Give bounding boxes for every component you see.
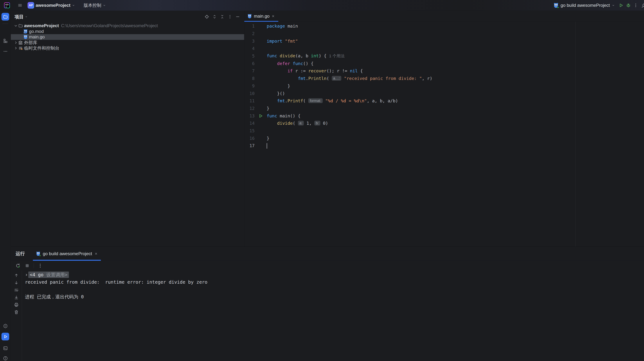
clear-all-icon[interactable] bbox=[13, 308, 20, 316]
search-icon[interactable] bbox=[641, 2, 644, 8]
print-icon[interactable] bbox=[13, 301, 20, 308]
stripe-project[interactable] bbox=[2, 13, 9, 20]
inlay-hint-chip[interactable]: a: bbox=[298, 121, 304, 126]
code-token: 0) bbox=[320, 121, 328, 126]
line-number[interactable]: 7 bbox=[244, 68, 254, 73]
chevron-down-icon bbox=[25, 15, 28, 18]
chevron-down-icon[interactable] bbox=[14, 23, 18, 28]
line-number[interactable]: 15 bbox=[244, 128, 254, 133]
run-configuration-widget[interactable]: go build awesomeProject bbox=[552, 2, 617, 9]
panel-options-button[interactable] bbox=[228, 14, 232, 19]
line-number[interactable]: 1 bbox=[244, 24, 254, 28]
run-button[interactable] bbox=[618, 2, 624, 8]
code-line-2[interactable]: 2 bbox=[244, 30, 644, 38]
main-menu-icon[interactable] bbox=[18, 3, 22, 8]
close-tab-icon[interactable] bbox=[271, 14, 275, 18]
chevron-down-icon bbox=[612, 4, 615, 7]
expand-all-button[interactable] bbox=[212, 14, 217, 19]
code-line-14[interactable]: 14 divide( a: 1, b: 0) bbox=[244, 120, 644, 127]
hide-panel-button[interactable] bbox=[235, 14, 240, 19]
vcs-widget[interactable]: 版本控制 bbox=[82, 1, 108, 9]
stop-button[interactable] bbox=[24, 263, 30, 268]
tree-item-main.go[interactable]: main.go bbox=[11, 34, 244, 40]
code-token: "fmt" bbox=[285, 38, 298, 44]
line-number[interactable]: 4 bbox=[244, 46, 254, 51]
prev-occurrence-icon[interactable] bbox=[13, 272, 20, 279]
code-token: " bbox=[325, 98, 328, 104]
code-token: fmt bbox=[298, 76, 306, 81]
stripe-structure[interactable] bbox=[2, 37, 9, 45]
project-panel-title[interactable]: 项目 bbox=[14, 14, 28, 20]
folded-gosetup-chip[interactable]: <4 go 设置调用> bbox=[28, 272, 69, 278]
line-number[interactable]: 6 bbox=[244, 61, 254, 66]
project-widget[interactable]: AP awesomeProject bbox=[26, 1, 77, 10]
line-number[interactable]: 5 bbox=[244, 54, 254, 58]
soft-wrap-icon[interactable] bbox=[13, 286, 20, 294]
more-actions-button[interactable] bbox=[632, 2, 639, 8]
line-number[interactable]: 11 bbox=[244, 98, 254, 103]
code-text: } bbox=[267, 136, 269, 141]
tree-item-awesomeProject[interactable]: awesomeProjectC:\Users\meowr\GolandProje… bbox=[11, 23, 244, 29]
line-number[interactable]: 13 bbox=[244, 114, 254, 118]
stripe-services[interactable] bbox=[2, 322, 9, 330]
scroll-to-end-icon[interactable] bbox=[13, 294, 20, 301]
tree-item-外部库[interactable]: 外部库 bbox=[11, 40, 244, 46]
gofile-icon bbox=[23, 34, 28, 39]
chevron-right-icon[interactable] bbox=[14, 46, 18, 50]
tree-item-label: main.go bbox=[29, 34, 45, 40]
stripe-more[interactable] bbox=[2, 48, 9, 55]
editor-tab-main-go[interactable]: main.go bbox=[244, 11, 278, 22]
line-number[interactable]: 2 bbox=[244, 31, 254, 36]
scratch-icon bbox=[18, 46, 23, 50]
code-line-1[interactable]: 1package main bbox=[244, 22, 644, 30]
line-number[interactable]: 16 bbox=[244, 136, 254, 141]
fold-expand-icon[interactable]: › bbox=[25, 272, 28, 278]
code-line-13[interactable]: 13func main() { bbox=[244, 112, 644, 120]
inlay-hint-chip[interactable]: b: bbox=[314, 121, 320, 126]
inlay-hint-chip[interactable]: format: bbox=[308, 98, 322, 103]
locate-file-button[interactable] bbox=[204, 14, 209, 19]
line-number[interactable]: 3 bbox=[244, 39, 254, 44]
tree-item-go.mod[interactable]: go.mod bbox=[11, 29, 244, 34]
line-number[interactable]: 14 bbox=[244, 121, 254, 126]
stripe-terminal[interactable] bbox=[2, 344, 9, 352]
code-line-17[interactable]: 17 bbox=[244, 142, 644, 150]
code-token: package bbox=[267, 24, 285, 29]
code-line-9[interactable]: 9 } bbox=[244, 82, 644, 90]
chevron-right-icon[interactable] bbox=[14, 40, 18, 45]
code-line-12[interactable]: 12} bbox=[244, 105, 644, 112]
line-number[interactable]: 8 bbox=[244, 76, 254, 81]
code-line-3[interactable]: 3import "fmt" bbox=[244, 37, 644, 45]
close-tab-icon[interactable] bbox=[94, 252, 98, 256]
run-tab[interactable]: go build awesomeProject bbox=[33, 247, 101, 260]
code-token: . bbox=[285, 98, 288, 104]
rerun-button[interactable] bbox=[15, 263, 21, 268]
code-line-6[interactable]: 6 defer func() { bbox=[244, 60, 644, 67]
code-line-10[interactable]: 10 }() bbox=[244, 90, 644, 97]
code-line-16[interactable]: 16} bbox=[244, 134, 644, 142]
tree-item-label: 临时文件和控制台 bbox=[24, 45, 59, 51]
run-tab-label: go build awesomeProject bbox=[43, 251, 92, 256]
code-line-11[interactable]: 11 fmt.Printf( format: "%d / %d = %d\n",… bbox=[244, 97, 644, 105]
stripe-run[interactable] bbox=[2, 333, 9, 340]
code-line-7[interactable]: 7 if r := recover(); r != nil { bbox=[244, 67, 644, 75]
line-number[interactable]: 9 bbox=[244, 84, 254, 88]
line-number[interactable]: 17 bbox=[244, 143, 254, 148]
code-line-8[interactable]: 8 fmt.Println( a…: "received panic from … bbox=[244, 75, 644, 82]
debug-button[interactable] bbox=[625, 2, 632, 8]
code-token: fmt bbox=[277, 98, 285, 104]
code-area[interactable]: 1package main23import "fmt"45func divide… bbox=[244, 22, 644, 246]
collapse-all-button[interactable] bbox=[220, 14, 225, 19]
run-main-gutter-icon[interactable] bbox=[254, 113, 267, 118]
console-more-button[interactable] bbox=[38, 263, 43, 268]
line-number[interactable]: 12 bbox=[244, 106, 254, 111]
stripe-problems[interactable] bbox=[2, 354, 9, 361]
tree-item-临时文件和控制台[interactable]: 临时文件和控制台 bbox=[11, 46, 244, 51]
code-token: r := bbox=[292, 68, 308, 74]
inlay-hint-chip[interactable]: a…: bbox=[332, 76, 342, 81]
code-line-15[interactable]: 15 bbox=[244, 127, 644, 135]
code-line-4[interactable]: 4 bbox=[244, 45, 644, 52]
code-line-5[interactable]: 5func divide(a, b int) { 1 个用法 bbox=[244, 52, 644, 60]
next-occurrence-icon[interactable] bbox=[13, 279, 20, 286]
line-number[interactable]: 10 bbox=[244, 91, 254, 96]
